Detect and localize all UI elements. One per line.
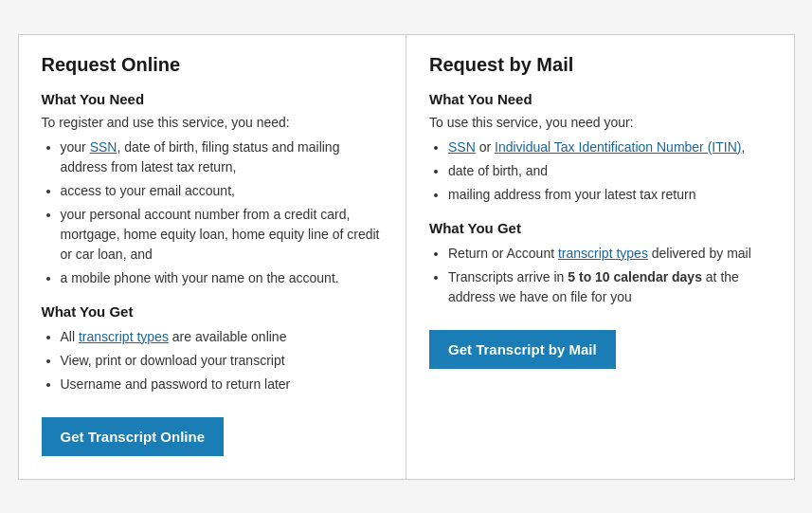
mail-what-you-need-section: What You Need To use this service, you n…	[429, 91, 771, 205]
mail-what-you-get-section: What You Get Return or Account transcrip…	[429, 220, 771, 307]
itin-link[interactable]: Individual Tax Identification Number (IT…	[495, 139, 741, 155]
list-item: a mobile phone with your name on the acc…	[61, 268, 384, 288]
list-item: your SSN, date of birth, filing status a…	[61, 137, 384, 177]
get-transcript-online-button[interactable]: Get Transcript Online	[42, 417, 225, 456]
transcript-types-link-online[interactable]: transcript types	[79, 329, 169, 344]
list-item: View, print or download your transcript	[61, 351, 384, 371]
list-item: Return or Account transcript types deliv…	[448, 244, 771, 264]
list-item: date of birth, and	[448, 161, 771, 181]
mail-what-you-need-list: SSN or Individual Tax Identification Num…	[448, 137, 771, 205]
request-by-mail-title: Request by Mail	[429, 54, 771, 76]
list-item: Transcripts arrive in 5 to 10 calendar d…	[448, 267, 771, 307]
list-item: SSN or Individual Tax Identification Num…	[448, 137, 771, 157]
online-what-you-get-heading: What You Get	[42, 303, 384, 320]
list-item: your personal account number from a cred…	[61, 205, 384, 265]
mail-what-you-need-intro: To use this service, you need your:	[429, 115, 771, 130]
online-what-you-get-list: All transcript types are available onlin…	[61, 327, 384, 394]
online-what-you-get-section: What You Get All transcript types are av…	[42, 303, 384, 394]
ssn-link-mail[interactable]: SSN	[448, 139, 476, 155]
main-container: Request Online What You Need To register…	[18, 34, 795, 480]
mail-what-you-get-list: Return or Account transcript types deliv…	[448, 244, 771, 307]
get-transcript-by-mail-button[interactable]: Get Transcript by Mail	[429, 330, 616, 369]
list-item: mailing address from your latest tax ret…	[448, 185, 771, 205]
mail-what-you-get-heading: What You Get	[429, 220, 771, 236]
ssn-link-online[interactable]: SSN	[90, 139, 117, 155]
list-item: Username and password to return later	[61, 375, 384, 394]
online-what-you-need-intro: To register and use this service, you ne…	[42, 115, 384, 130]
request-online-panel: Request Online What You Need To register…	[18, 34, 406, 480]
online-what-you-need-list: your SSN, date of birth, filing status a…	[61, 137, 384, 288]
online-what-you-need-heading: What You Need	[42, 91, 384, 107]
request-online-title: Request Online	[42, 54, 384, 76]
request-by-mail-panel: Request by Mail What You Need To use thi…	[406, 34, 795, 480]
list-item: access to your email account,	[61, 181, 384, 201]
list-item: All transcript types are available onlin…	[61, 327, 384, 347]
online-what-you-need-section: What You Need To register and use this s…	[42, 91, 384, 288]
mail-what-you-need-heading: What You Need	[429, 91, 771, 107]
transcript-types-link-mail[interactable]: transcript types	[558, 246, 648, 261]
